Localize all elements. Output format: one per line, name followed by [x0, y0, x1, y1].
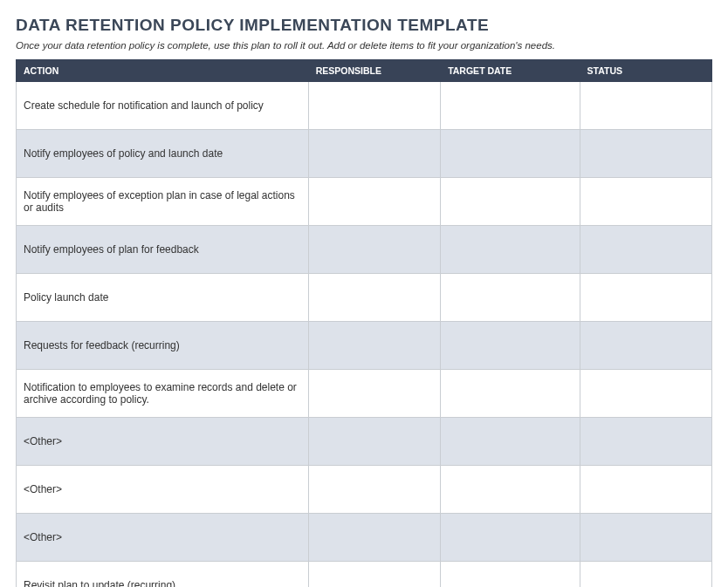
cell-responsible[interactable] — [308, 130, 440, 178]
cell-action[interactable]: Notification to employees to examine rec… — [17, 370, 309, 418]
cell-status[interactable] — [580, 514, 711, 562]
table-row: Revisit plan to update (recurring) — [17, 562, 712, 588]
cell-action[interactable]: <Other> — [17, 466, 309, 514]
cell-status[interactable] — [580, 226, 711, 274]
table-row: Notify employees of policy and launch da… — [17, 130, 712, 178]
table-row: Notify employees of plan for feedback — [17, 226, 712, 274]
cell-action[interactable]: Create schedule for notification and lau… — [17, 82, 309, 130]
page-title: DATA RETENTION POLICY IMPLEMENTATION TEM… — [16, 16, 712, 35]
cell-status[interactable] — [580, 130, 711, 178]
cell-responsible[interactable] — [308, 322, 440, 370]
cell-responsible[interactable] — [308, 82, 440, 130]
cell-action[interactable]: Notify employees of plan for feedback — [17, 226, 309, 274]
cell-responsible[interactable] — [308, 562, 440, 588]
cell-target-date[interactable] — [441, 226, 580, 274]
cell-action[interactable]: <Other> — [17, 514, 309, 562]
cell-status[interactable] — [580, 562, 711, 588]
cell-target-date[interactable] — [441, 562, 580, 588]
cell-target-date[interactable] — [441, 466, 580, 514]
table-row: <Other> — [17, 418, 712, 466]
cell-responsible[interactable] — [308, 226, 440, 274]
cell-target-date[interactable] — [441, 178, 580, 226]
table-row: <Other> — [17, 514, 712, 562]
header-status: STATUS — [580, 60, 711, 82]
cell-responsible[interactable] — [308, 514, 440, 562]
cell-target-date[interactable] — [441, 418, 580, 466]
page-subtitle: Once your data retention policy is compl… — [16, 40, 712, 51]
cell-target-date[interactable] — [441, 274, 580, 322]
cell-target-date[interactable] — [441, 370, 580, 418]
cell-responsible[interactable] — [308, 178, 440, 226]
table-row: Policy launch date — [17, 274, 712, 322]
cell-responsible[interactable] — [308, 466, 440, 514]
policy-table: ACTION RESPONSIBLE TARGET DATE STATUS Cr… — [16, 59, 712, 587]
cell-status[interactable] — [580, 82, 711, 130]
cell-status[interactable] — [580, 370, 711, 418]
table-header-row: ACTION RESPONSIBLE TARGET DATE STATUS — [17, 60, 712, 82]
cell-responsible[interactable] — [308, 370, 440, 418]
cell-status[interactable] — [580, 418, 711, 466]
cell-target-date[interactable] — [441, 130, 580, 178]
header-responsible: RESPONSIBLE — [308, 60, 440, 82]
cell-status[interactable] — [580, 466, 711, 514]
table-row: Create schedule for notification and lau… — [17, 82, 712, 130]
cell-action[interactable]: Requests for feedback (recurring) — [17, 322, 309, 370]
cell-target-date[interactable] — [441, 514, 580, 562]
cell-target-date[interactable] — [441, 322, 580, 370]
cell-action[interactable]: Revisit plan to update (recurring) — [17, 562, 309, 588]
cell-action[interactable]: <Other> — [17, 418, 309, 466]
cell-status[interactable] — [580, 322, 711, 370]
cell-action[interactable]: Notify employees of policy and launch da… — [17, 130, 309, 178]
cell-action[interactable]: Notify employees of exception plan in ca… — [17, 178, 309, 226]
header-target-date: TARGET DATE — [441, 60, 580, 82]
table-row: Notify employees of exception plan in ca… — [17, 178, 712, 226]
cell-status[interactable] — [580, 178, 711, 226]
cell-target-date[interactable] — [441, 82, 580, 130]
table-row: Notification to employees to examine rec… — [17, 370, 712, 418]
cell-responsible[interactable] — [308, 274, 440, 322]
header-action: ACTION — [17, 60, 309, 82]
cell-status[interactable] — [580, 274, 711, 322]
table-row: Requests for feedback (recurring) — [17, 322, 712, 370]
table-row: <Other> — [17, 466, 712, 514]
cell-action[interactable]: Policy launch date — [17, 274, 309, 322]
cell-responsible[interactable] — [308, 418, 440, 466]
